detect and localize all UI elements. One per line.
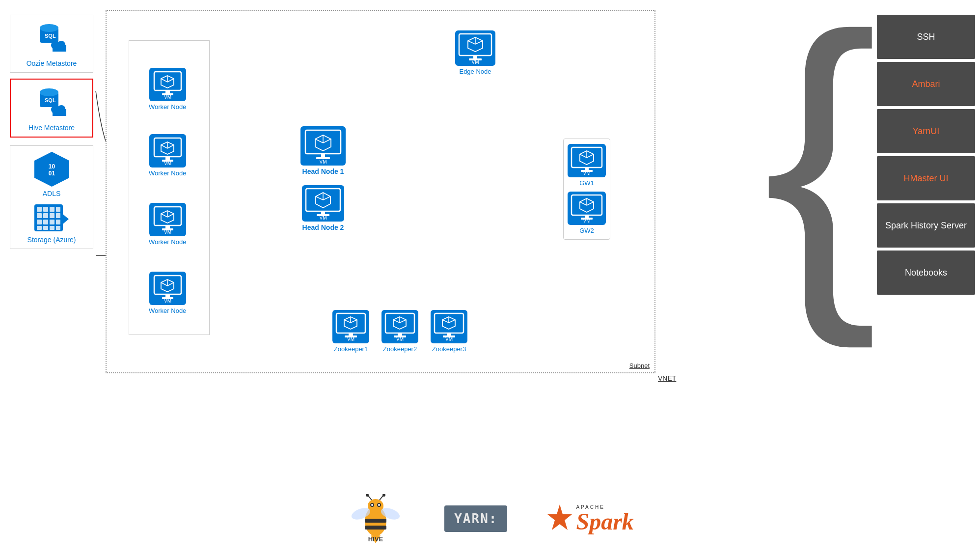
worker-node-1: VM Worker Node xyxy=(149,68,186,111)
worker-node-1-label: Worker Node xyxy=(149,103,186,111)
vm-icon-zk2: VM xyxy=(381,310,418,343)
gw2: VM GW2 xyxy=(568,192,606,234)
svg-rect-149 xyxy=(365,519,386,523)
svg-rect-82 xyxy=(321,154,325,157)
svg-point-155 xyxy=(378,504,380,506)
vm-icon-head2: VM xyxy=(302,185,344,222)
svg-rect-73 xyxy=(165,294,170,297)
vm-icon-worker2: VM xyxy=(149,134,186,167)
svg-rect-35 xyxy=(37,226,42,230)
svg-text:01: 01 xyxy=(48,170,55,177)
notebooks-button[interactable]: Notebooks xyxy=(877,251,975,295)
svg-text:SQL: SQL xyxy=(45,97,56,103)
vm-icon-zk3: VM xyxy=(431,310,467,343)
svg-text:VM: VM xyxy=(396,336,404,342)
vm-icon-zk1: VM xyxy=(332,310,369,343)
worker-node-4: VM Worker Node xyxy=(149,272,186,314)
hive-label: Hive Metastore xyxy=(28,124,75,132)
zookeeper-3-label: Zookeeper3 xyxy=(432,345,466,353)
yarnui-button[interactable]: YarnUI xyxy=(877,109,975,153)
footer: HIVE YARN: APACHE Spark xyxy=(172,494,808,543)
svg-rect-91 xyxy=(321,211,325,214)
svg-text:VM: VM xyxy=(164,94,171,100)
head-node-2: VM Head Node 2 xyxy=(300,185,346,231)
hmaster-button[interactable]: HMaster UI xyxy=(877,156,975,200)
hive-metastore-box: SQL Hive Metastore xyxy=(10,79,93,138)
svg-rect-24 xyxy=(43,207,48,212)
head-nodes-area: VM Head Node 1 VM Head Node 2 xyxy=(300,126,346,231)
edge-node-label: Edge Node xyxy=(459,68,491,75)
storage-box: 10 01 ADLS xyxy=(10,145,93,249)
svg-text:VM: VM xyxy=(164,298,171,304)
svg-point-6 xyxy=(40,24,58,32)
svg-rect-10 xyxy=(53,45,66,52)
svg-rect-55 xyxy=(165,157,170,160)
ambari-button[interactable]: Ambari xyxy=(877,62,975,106)
storage-icon xyxy=(34,204,69,234)
oozie-label: Oozie Metastore xyxy=(27,59,77,67)
spark-label: Spark xyxy=(576,510,633,533)
vnet-area: Subnet VM Worker Node xyxy=(106,10,655,373)
hive-sql-icon: SQL xyxy=(34,84,69,120)
vm-icon-gw1: VM xyxy=(568,144,606,177)
zookeeper-1-label: Zookeeper1 xyxy=(334,345,368,353)
spark-logo: APACHE Spark xyxy=(546,504,633,533)
svg-rect-34 xyxy=(56,220,60,224)
gw1-label: GW1 xyxy=(579,179,594,187)
svg-rect-30 xyxy=(56,213,60,218)
svg-rect-127 xyxy=(447,333,451,335)
svg-point-154 xyxy=(371,504,373,506)
right-bracket: { xyxy=(763,16,878,298)
svg-rect-136 xyxy=(585,167,589,170)
svg-rect-109 xyxy=(349,333,353,335)
adls-label: ADLS xyxy=(43,190,61,197)
vm-icon-worker3: VM xyxy=(149,203,186,236)
oozie-sql-icon: SQL xyxy=(34,20,69,56)
storage-label: Storage (Azure) xyxy=(27,236,76,244)
zookeeper-3: VM Zookeeper3 xyxy=(431,310,467,353)
zookeeper-area: VM Zookeeper1 VM Zookeeper2 xyxy=(332,310,467,353)
svg-text:VM: VM xyxy=(164,229,171,235)
gw2-label: GW2 xyxy=(579,227,594,234)
worker-node-3: VM Worker Node xyxy=(149,203,186,246)
ssh-button[interactable]: SSH xyxy=(877,15,975,59)
gateway-area: VM GW1 VM GW2 xyxy=(563,139,610,240)
head-node-1-label: Head Node 1 xyxy=(302,167,344,175)
svg-rect-33 xyxy=(50,220,54,224)
svg-text:VM: VM xyxy=(320,215,327,221)
hive-logo: HIVE xyxy=(346,494,405,543)
svg-rect-25 xyxy=(50,207,54,212)
svg-text:SQL: SQL xyxy=(45,33,56,39)
svg-rect-28 xyxy=(43,213,48,218)
svg-marker-164 xyxy=(547,504,572,530)
vnet-label: VNET xyxy=(658,374,676,382)
yarn-logo: YARN: xyxy=(444,505,507,532)
zookeeper-2: VM Zookeeper2 xyxy=(381,310,418,353)
svg-text:VM: VM xyxy=(445,336,453,342)
svg-rect-46 xyxy=(165,90,170,93)
ambari-label: Ambari xyxy=(912,79,940,89)
vm-icon-gw2: VM xyxy=(568,192,606,225)
svg-rect-26 xyxy=(56,207,60,212)
svg-text:VM: VM xyxy=(583,218,591,223)
svg-text:10: 10 xyxy=(48,163,55,170)
svg-rect-118 xyxy=(398,333,402,335)
worker-node-2-label: Worker Node xyxy=(149,169,186,177)
edge-node: VM Edge Node xyxy=(455,30,495,75)
svg-text:VM: VM xyxy=(583,170,591,176)
vm-icon-worker1: VM xyxy=(149,68,186,101)
head-node-1: VM Head Node 1 xyxy=(300,126,346,175)
storage-azure-block: Storage (Azure) xyxy=(27,204,76,244)
svg-rect-37 xyxy=(50,226,54,230)
yarnui-label: YarnUI xyxy=(913,126,940,137)
right-panel: SSH Ambari YarnUI HMaster UI Spark Histo… xyxy=(877,15,975,295)
spark-history-button[interactable]: Spark History Server xyxy=(877,203,975,248)
svg-text:VM: VM xyxy=(164,161,171,166)
gw1: VM GW1 xyxy=(568,144,606,187)
svg-rect-38 xyxy=(56,226,60,230)
svg-marker-39 xyxy=(63,214,69,224)
zookeeper-1: VM Zookeeper1 xyxy=(332,310,369,353)
svg-rect-17 xyxy=(53,109,66,116)
svg-point-13 xyxy=(40,88,58,96)
svg-text:VM: VM xyxy=(472,59,479,65)
